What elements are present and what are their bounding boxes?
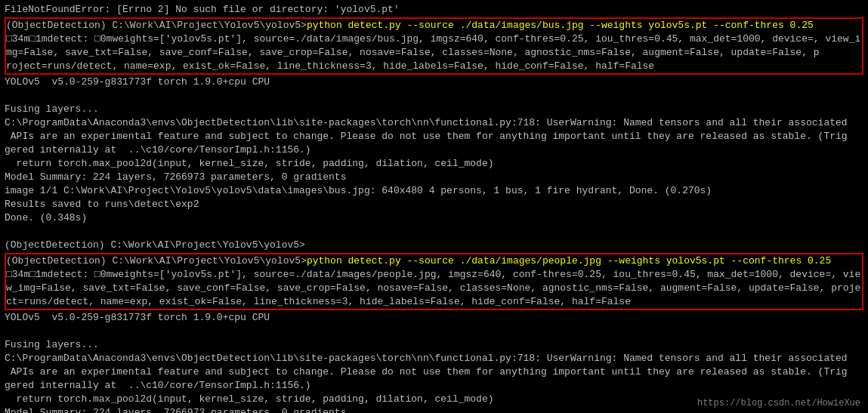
line-5 (5, 89, 863, 103)
line-20 (5, 325, 863, 338)
line-10: return torch.max_pool2d(input, kernel_si… (5, 157, 863, 171)
line-8: APIs are an experimental feature and sub… (5, 130, 863, 143)
line-18: □34m□1mdetect: □0mweights=['yolov5s.pt']… (6, 268, 862, 309)
line-4: YOLOv5 v5.0-259-g831773f torch 1.9.0+cpu… (5, 76, 863, 89)
line-24: gered internally at ..\c10/core/TensorIm… (5, 379, 863, 393)
line-19: YOLOv5 v5.0-259-g831773f torch 1.9.0+cpu… (5, 311, 863, 325)
terminal-window: FileNotFoundError: [Errno 2] No such fil… (0, 0, 868, 413)
blog-url: https://blog.csdn.net/HowieXue (697, 398, 860, 408)
line-17: (ObjectDetection) C:\Work\AI\Project\Yol… (6, 254, 862, 268)
line-2: (ObjectDetection) C:\Work\AI\Project\Yol… (6, 19, 862, 32)
red-box-1: (ObjectDetection) C:\Work\AI\Project\Yol… (5, 17, 863, 75)
line-12: image 1/1 C:\Work\AI\Project\Yolov5\yolo… (5, 184, 863, 198)
line-14: Done. (0.348s) (5, 211, 863, 225)
line-13: Results saved to runs\detect\exp2 (5, 198, 863, 211)
line-23: APIs are an experimental feature and sub… (5, 365, 863, 379)
line-21: Fusing layers... (5, 338, 863, 352)
red-box-2: (ObjectDetection) C:\Work\AI\Project\Yol… (5, 253, 863, 310)
line-16: (ObjectDetection) C:\Work\AI\Project\Yol… (5, 239, 863, 252)
line-9: gered internally at ..\c10/core/TensorIm… (5, 143, 863, 157)
line-3: □34m□1mdetect: □0mweights=['yolov5s.pt']… (6, 32, 862, 73)
line-22: C:\ProgramData\Anaconda3\envs\ObjectDete… (5, 352, 863, 365)
line-7: C:\ProgramData\Anaconda3\envs\ObjectDete… (5, 116, 863, 130)
line-15 (5, 225, 863, 239)
line-1: FileNotFoundError: [Errno 2] No such fil… (5, 3, 863, 17)
line-11: Model Summary: 224 layers, 7266973 param… (5, 171, 863, 184)
line-6: Fusing layers... (5, 103, 863, 116)
